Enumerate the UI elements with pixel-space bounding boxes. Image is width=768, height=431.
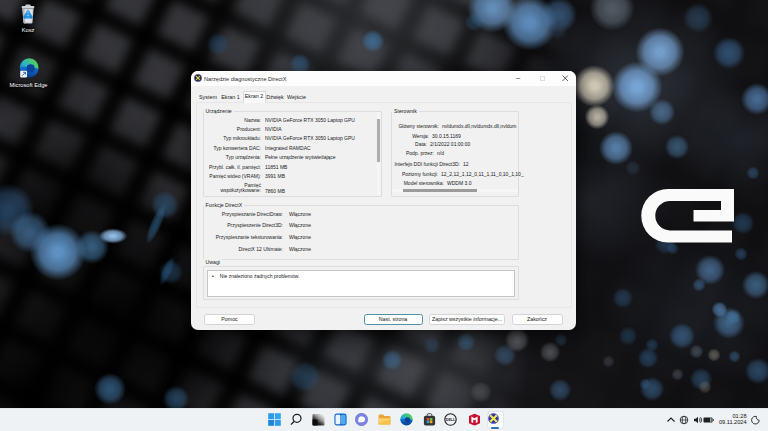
svg-text:DELL: DELL xyxy=(446,418,456,422)
